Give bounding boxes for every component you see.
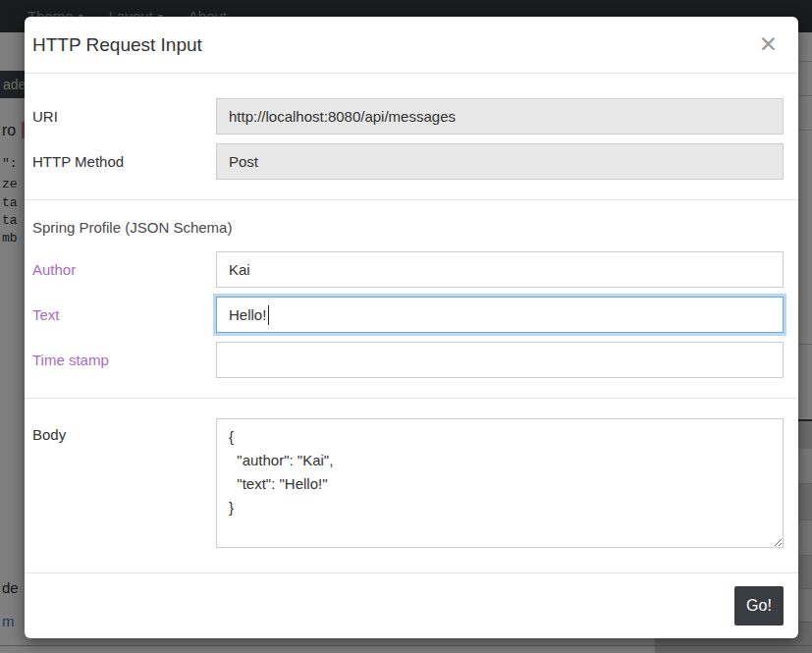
uri-input[interactable] <box>216 98 784 135</box>
body-row: Body { "author": "Kai", "text": "Hello!"… <box>32 418 784 548</box>
text-input[interactable] <box>216 297 784 333</box>
author-label: Author <box>32 261 216 278</box>
section-divider <box>25 199 798 200</box>
close-icon[interactable]: ✕ <box>753 33 784 56</box>
text-row: Text <box>32 297 784 333</box>
body-label: Body <box>32 418 216 443</box>
text-label: Text <box>32 306 216 323</box>
go-button[interactable]: Go! <box>734 586 784 626</box>
http-method-input[interactable] <box>216 143 784 180</box>
http-request-dialog: HTTP Request Input ✕ URI HTTP Method Spr… <box>25 17 798 638</box>
dialog-body: URI HTTP Method Spring Profile (JSON Sch… <box>25 74 798 572</box>
dialog-title: HTTP Request Input <box>32 34 202 56</box>
dialog-footer: Go! <box>25 572 798 638</box>
http-method-row: HTTP Method <box>32 143 784 180</box>
timestamp-row: Time stamp <box>32 342 784 378</box>
text-cursor <box>268 305 269 325</box>
timestamp-label: Time stamp <box>32 352 216 368</box>
body-textarea[interactable]: { "author": "Kai", "text": "Hello!" } <box>216 418 784 548</box>
timestamp-input[interactable] <box>216 342 784 378</box>
uri-row: URI <box>32 98 784 135</box>
http-method-label: HTTP Method <box>32 153 216 170</box>
schema-heading: Spring Profile (JSON Schema) <box>32 219 784 236</box>
uri-label: URI <box>32 108 216 125</box>
author-row: Author <box>32 251 784 288</box>
dialog-header: HTTP Request Input ✕ <box>25 17 798 74</box>
author-input[interactable] <box>216 251 784 288</box>
